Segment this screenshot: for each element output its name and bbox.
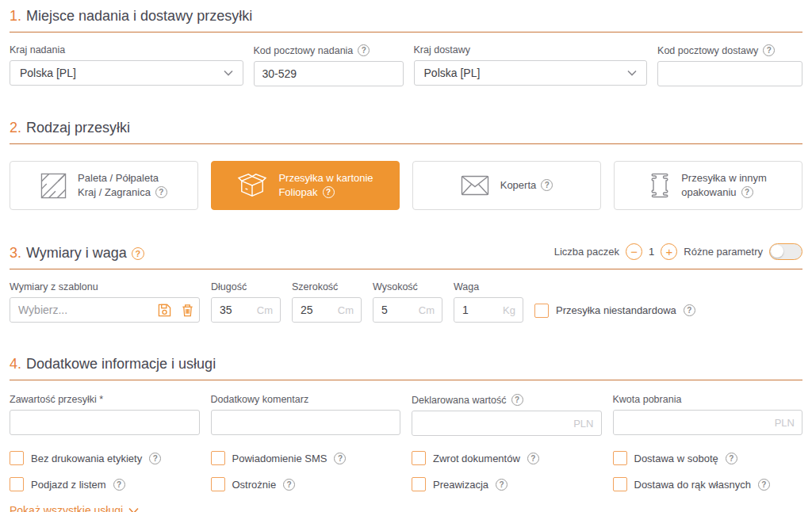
increase-packages-button[interactable]: +: [661, 243, 677, 260]
section-2-title: 2. Rodzaj przesyłki: [10, 120, 130, 136]
decrease-packages-button[interactable]: −: [626, 243, 642, 260]
nonstandard-checkbox[interactable]: [534, 304, 549, 318]
type-card-envelope[interactable]: Koperta ?: [412, 161, 601, 210]
help-icon[interactable]: ?: [358, 44, 370, 56]
section-3-header: 3. Wymiary i waga ? Liczba paczek − 1 + …: [10, 243, 802, 269]
cod-amount-unit: PLN: [775, 417, 802, 429]
section-title-text: Miejsce nadania i dostawy przesyłki: [26, 8, 252, 25]
save-template-button[interactable]: [153, 304, 176, 317]
length-label: Długość: [211, 281, 281, 292]
help-icon[interactable]: ?: [132, 247, 144, 260]
field-dest-postcode: Kod pocztowy dostawy ?: [657, 44, 802, 86]
show-all-services-link[interactable]: Pokaż wszystkie usługi: [10, 504, 139, 512]
origin-postcode-input[interactable]: [254, 61, 404, 86]
delete-template-button[interactable]: [176, 304, 199, 317]
dest-postcode-label: Kod pocztowy dostawy ?: [657, 44, 802, 56]
height-input[interactable]: [373, 298, 419, 322]
declared-value-input-wrap: PLN: [412, 411, 602, 436]
help-icon[interactable]: ?: [113, 479, 125, 491]
service-checkbox[interactable]: [412, 451, 426, 465]
field-dest-country: Kraj dostawy Polska [PL]: [414, 44, 648, 86]
length-input[interactable]: [212, 298, 257, 322]
field-declared-value: Deklarowana wartość ? PLN: [412, 394, 602, 436]
cod-amount-input-wrap: PLN: [613, 410, 803, 435]
different-params-toggle[interactable]: [769, 243, 802, 260]
origin-postcode-label: Kod pocztowy nadania ?: [254, 44, 404, 56]
type-card-other[interactable]: Przesyłka w innym opakowaniu ?: [614, 161, 802, 210]
dest-country-value: Polska [PL]: [424, 67, 481, 79]
service-checkbox[interactable]: [211, 451, 225, 465]
field-length: Długość Cm: [211, 281, 281, 323]
help-icon[interactable]: ?: [758, 479, 770, 491]
help-icon[interactable]: ?: [763, 44, 775, 56]
content-label: Zawartość przesyłki *: [10, 394, 200, 405]
help-icon[interactable]: ?: [323, 186, 335, 198]
services-grid: Bez drukowania etykiety ? Powiadomienie …: [10, 451, 802, 491]
help-icon[interactable]: ?: [155, 186, 167, 198]
origin-country-label: Kraj nadania: [10, 44, 243, 55]
width-input[interactable]: [293, 298, 338, 322]
help-icon[interactable]: ?: [511, 394, 523, 406]
service-pickup-with-letter: Podjazd z listem ?: [10, 477, 200, 491]
service-checkbox[interactable]: [10, 477, 24, 491]
service-checkbox[interactable]: [613, 451, 627, 465]
help-icon[interactable]: ?: [741, 186, 753, 198]
length-input-wrap: Cm: [211, 297, 281, 323]
help-icon[interactable]: ?: [684, 304, 695, 316]
box-icon: [237, 172, 267, 199]
section-number: 1.: [10, 8, 21, 25]
weight-input[interactable]: [454, 298, 503, 322]
cod-amount-input[interactable]: [614, 411, 775, 434]
section-2-header: 2. Rodzaj przesyłki: [10, 120, 802, 144]
content-input[interactable]: [10, 410, 200, 435]
service-checkbox[interactable]: [412, 477, 426, 491]
help-icon[interactable]: ?: [283, 479, 295, 491]
height-unit: Cm: [419, 304, 442, 316]
help-icon[interactable]: ?: [334, 453, 346, 464]
dest-country-select[interactable]: Polska [PL]: [414, 60, 648, 86]
chevron-down-icon: [627, 70, 637, 76]
service-document-return: Zwrot dokumentów ?: [412, 451, 602, 465]
declared-value-unit: PLN: [573, 418, 600, 430]
help-icon[interactable]: ?: [541, 179, 553, 191]
section-1-header: 1. Miejsce nadania i dostawy przesyłki: [10, 8, 802, 32]
type-card-pallet[interactable]: Paleta / Półpaleta Kraj / Zagranica ?: [10, 161, 198, 210]
field-comment: Dodatkowy komentarz: [211, 394, 401, 436]
package-count-controls: Liczba paczek − 1 + Różne parametry: [554, 243, 802, 262]
section-1-title: 1. Miejsce nadania i dostawy przesyłki: [10, 8, 252, 25]
weight-unit: Kg: [503, 304, 523, 316]
help-icon[interactable]: ?: [726, 453, 737, 464]
help-icon[interactable]: ?: [149, 453, 161, 464]
dest-postcode-input[interactable]: [657, 61, 802, 86]
field-height: Wysokość Cm: [373, 281, 442, 323]
section-title-text: Wymiary i waga: [26, 245, 127, 262]
service-checkbox[interactable]: [10, 451, 24, 465]
service-personal-delivery: Dostawa do rąk własnych ?: [613, 477, 803, 491]
section-additional-info: 4. Dodatkowe informacje i usługi Zawarto…: [10, 356, 802, 512]
pallet-icon: [40, 173, 67, 199]
service-checkbox[interactable]: [211, 477, 225, 491]
origin-country-select[interactable]: Polska [PL]: [10, 60, 243, 86]
declared-value-input[interactable]: [412, 411, 573, 435]
type-card-label: Paleta / Półpaleta Kraj / Zagranica ?: [78, 171, 167, 199]
type-card-label: Koperta ?: [500, 178, 553, 193]
field-template-dimensions: Wymiary z szablonu: [10, 281, 200, 323]
help-icon[interactable]: ?: [496, 479, 508, 491]
origin-country-value: Polska [PL]: [20, 67, 76, 79]
field-origin-postcode: Kod pocztowy nadania ?: [254, 44, 404, 86]
width-label: Szerokość: [292, 281, 362, 292]
comment-input[interactable]: [211, 410, 401, 435]
service-handle-with-care: Ostrożnie ?: [211, 477, 401, 491]
template-dimensions-label: Wymiary z szablonu: [10, 281, 200, 292]
service-no-label-print: Bez drukowania etykiety ?: [10, 451, 200, 465]
chevron-down-icon: [128, 507, 139, 512]
section-4-title: 4. Dodatkowe informacje i usługi: [10, 356, 216, 373]
type-card-carton[interactable]: Przesyłka w kartonie Foliopak ?: [211, 161, 400, 210]
service-checkbox[interactable]: [613, 477, 627, 491]
help-icon[interactable]: ?: [527, 453, 539, 464]
section-4-header: 4. Dodatkowe informacje i usługi: [10, 356, 802, 380]
declared-value-label: Deklarowana wartość ?: [412, 394, 602, 406]
section-number: 4.: [10, 356, 21, 373]
height-input-wrap: Cm: [373, 297, 442, 323]
template-dimensions-input[interactable]: [10, 298, 153, 322]
